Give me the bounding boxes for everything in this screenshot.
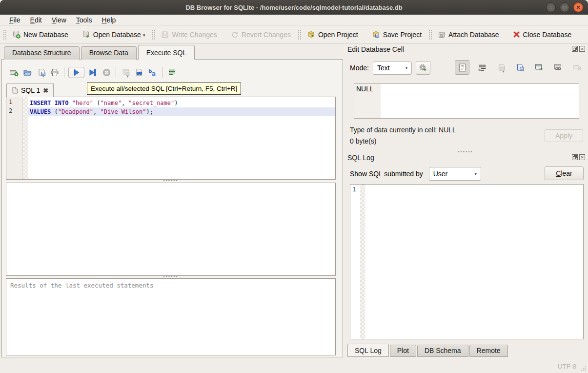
log-source-select[interactable]: User ▾ [429,167,481,181]
open-project-icon [307,30,315,39]
toolbar-separator [162,67,162,78]
print-button[interactable] [48,66,61,79]
main-tab-bar: Database Structure Browse Data Execute S… [4,46,196,60]
execute-current-line-button[interactable] [86,66,100,79]
format-sql-button[interactable] [165,66,179,79]
attach-database-icon [438,31,446,39]
pane-splitter[interactable]: •••••• [161,275,181,278]
word-wrap-icon[interactable] [476,61,488,74]
new-database-button[interactable]: New Database [8,28,72,41]
save-project-button[interactable]: Save Project [368,28,426,41]
resize-grip-icon[interactable] [580,365,586,371]
tab-plot[interactable]: Plot [390,345,416,357]
close-panel-icon[interactable]: ✕ [579,46,585,52]
save-project-icon [372,30,380,39]
toolbar-drag-handle[interactable] [3,29,6,40]
code-area[interactable]: INSERT INTO "hero" ("name", "secret_name… [28,97,335,179]
attach-database-button[interactable]: Attach Database [434,29,503,41]
new-sql-tab-button[interactable] [7,66,20,79]
float-panel-icon[interactable] [572,154,578,160]
chevron-down-icon: ▾ [406,66,407,70]
sql-log-view[interactable]: 1 [350,184,584,339]
float-panel-icon[interactable] [572,46,578,52]
open-database-dropdown-icon[interactable]: ▾ [143,33,145,39]
toolbar-separator [64,67,64,78]
apply-button[interactable]: Apply [545,129,583,142]
line-number: 1 [9,99,22,107]
tab-remote[interactable]: Remote [469,345,508,357]
write-changes-button[interactable]: Write Changes [157,29,221,41]
save-sql-file-button[interactable]: ▾ [34,66,48,79]
export-data-icon[interactable] [514,61,527,74]
save-sql-dropdown-icon[interactable]: ▾ [42,74,44,79]
open-database-icon [82,30,90,39]
log-folding-margin [360,185,365,339]
titlebar[interactable]: DB Browser for SQLite - /home/user/code/… [0,0,588,15]
log-line-number: 1 [350,185,360,339]
find-button[interactable] [132,66,146,79]
import-data-icon[interactable]: ▾ [495,61,507,74]
sql-document-tab[interactable]: SQL 1 ✖ [6,83,54,97]
encoding-label: UTF-8 [558,363,576,370]
tab-db-schema[interactable]: DB Schema [417,345,468,357]
results-message-pane[interactable]: Results of the last executed statements [6,278,336,355]
dock-splitter[interactable]: •••••• [456,149,475,154]
sql-tab-label: SQL 1 [21,86,40,94]
mode-select[interactable]: Text ▾ [373,62,412,75]
write-changes-icon [161,31,169,39]
toolbar-separator [428,29,432,40]
sql-code-editor[interactable]: 1 2 INSERT INTO "hero" ("name", "secret_… [6,97,336,180]
save-results-button[interactable]: ▾ [119,66,132,79]
tab-execute-sql[interactable]: Execute SQL [138,45,195,60]
copy-link-icon[interactable] [552,61,565,74]
menu-help[interactable]: Help [98,15,121,25]
code-line-2: VALUES ("Deadpond", "Dive Wilson"); [28,107,335,116]
chevron-down-icon: ▾ [475,172,477,176]
close-database-button[interactable]: Close Database [509,29,576,41]
set-null-icon[interactable] [571,61,584,74]
minimize-icon[interactable]: – [546,2,556,12]
tab-sql-log[interactable]: SQL Log [347,344,389,357]
auto-switch-mode-button[interactable] [416,61,430,75]
db-browser-window: DB Browser for SQLite - /home/user/code/… [0,0,588,373]
menu-tools[interactable]: Tools [72,15,97,25]
pane-splitter[interactable]: •••••• [161,180,181,182]
revert-changes-icon [231,31,239,39]
toolbar-separator [152,29,155,40]
folding-margin [23,97,28,179]
main-toolbar: New Database Open Database ▾ Write Chang… [0,26,588,43]
menu-edit[interactable]: Edit [26,15,46,25]
text-mode-icon[interactable] [455,60,469,75]
execute-sql-button[interactable] [68,67,84,78]
maximize-icon[interactable]: □ [560,2,569,12]
right-dock: Edit Database Cell ✕ Mode: Text ▾ ▾ NULL [345,44,586,359]
autocomplete-button[interactable]: ba [146,66,160,79]
menu-view[interactable]: View [47,15,71,25]
toolbar-separator [116,67,116,78]
cell-value: NULL [354,84,381,118]
menu-file[interactable]: File [5,15,25,25]
results-grid-pane[interactable] [6,183,336,276]
clear-log-button[interactable]: Clear [545,166,584,180]
cell-editor[interactable]: NULL [354,83,579,119]
open-project-button[interactable]: Open Project [303,28,362,41]
dock-tab-bar: SQL Log Plot DB Schema Remote [347,345,509,357]
revert-changes-button[interactable]: Revert Changes [227,29,295,41]
open-database-button[interactable]: Open Database ▾ [78,28,149,41]
stop-execution-button[interactable] [100,66,113,79]
open-in-external-app-icon[interactable] [533,61,546,74]
close-sql-tab-icon[interactable]: ✖ [43,87,48,94]
close-icon[interactable]: ✕ [573,2,583,12]
svg-text:a: a [152,70,156,77]
execute-tooltip: Execute all/selected SQL [Ctrl+Return, F… [87,83,241,95]
line-number-gutter: 1 2 [6,97,23,179]
close-panel-icon[interactable]: ✕ [579,154,585,160]
close-database-icon [513,31,520,38]
edit-cell-title: Edit Database Cell [347,45,404,53]
tab-database-structure[interactable]: Database Structure [4,46,80,60]
open-sql-file-button[interactable] [20,66,34,79]
tab-browse-data[interactable]: Browse Data [81,46,137,60]
show-sql-label: Show SQL submitted by [350,170,423,178]
line-number: 2 [9,107,22,116]
toolbar-separator [298,29,301,40]
